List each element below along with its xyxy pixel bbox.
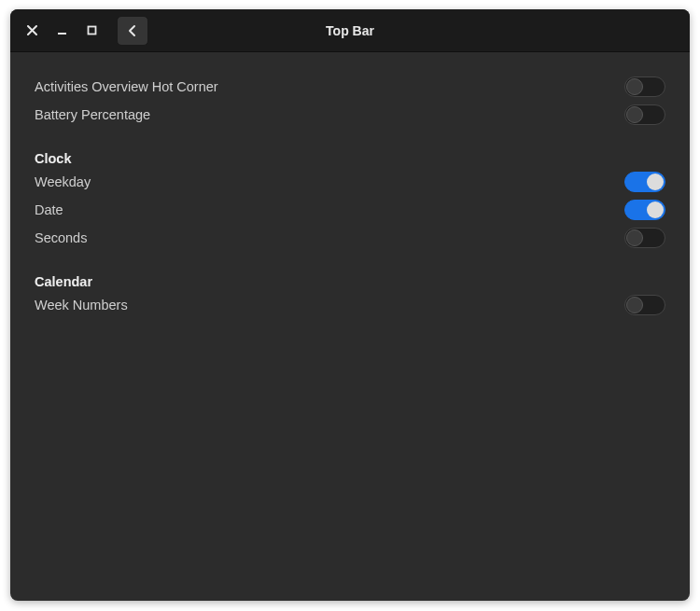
- maximize-button[interactable]: [83, 22, 100, 39]
- chevron-left-icon: [128, 24, 137, 37]
- section-title-calendar: Calendar: [35, 274, 665, 289]
- setting-label: Week Numbers: [35, 298, 128, 312]
- setting-row-weekday: Weekday: [35, 168, 665, 196]
- close-icon: [27, 25, 37, 35]
- settings-window: Top Bar Activities Overview Hot Corner B…: [10, 9, 690, 601]
- toggle-week-numbers[interactable]: [624, 295, 665, 315]
- setting-label: Activities Overview Hot Corner: [35, 79, 218, 94]
- setting-label: Weekday: [35, 174, 91, 189]
- toggle-seconds[interactable]: [624, 228, 665, 248]
- minimize-icon: [57, 25, 67, 35]
- setting-row-seconds: Seconds: [35, 224, 665, 252]
- setting-row-date: Date: [35, 196, 665, 224]
- setting-label: Date: [35, 202, 63, 217]
- setting-label: Seconds: [35, 230, 87, 245]
- close-button[interactable]: [23, 22, 40, 39]
- toggle-knob: [647, 174, 664, 190]
- toggle-weekday[interactable]: [624, 172, 665, 192]
- toggle-date[interactable]: [624, 200, 665, 220]
- maximize-icon: [87, 25, 97, 35]
- setting-row-week-numbers: Week Numbers: [35, 291, 665, 319]
- minimize-button[interactable]: [53, 22, 70, 39]
- toggle-knob: [647, 201, 664, 218]
- window-controls: [18, 22, 100, 39]
- toggle-knob: [626, 229, 643, 246]
- toggle-battery-percentage[interactable]: [624, 104, 665, 125]
- setting-row-activities-hot-corner: Activities Overview Hot Corner: [35, 73, 665, 101]
- titlebar: Top Bar: [10, 9, 690, 52]
- setting-label: Battery Percentage: [35, 107, 150, 122]
- setting-row-battery-percentage: Battery Percentage: [35, 101, 665, 129]
- section-title-clock: Clock: [35, 151, 665, 166]
- toggle-knob: [626, 106, 643, 123]
- svg-rect-1: [88, 27, 95, 35]
- back-button[interactable]: [117, 16, 148, 46]
- toggle-activities-hot-corner[interactable]: [624, 76, 665, 97]
- content-area: Activities Overview Hot Corner Battery P…: [10, 52, 690, 601]
- toggle-knob: [626, 297, 643, 313]
- svg-rect-0: [58, 33, 66, 35]
- page-title: Top Bar: [326, 23, 374, 38]
- toggle-knob: [626, 78, 643, 95]
